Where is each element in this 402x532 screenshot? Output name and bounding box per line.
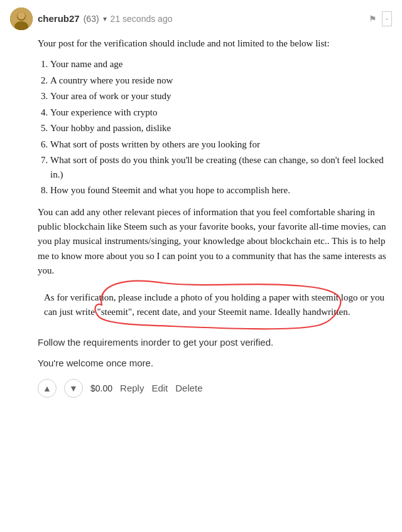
comment-header: cherub27 (63) ▾ 21 seconds ago ⚑ - [10, 8, 392, 30]
list-item: What sort of posts written by others are… [50, 137, 392, 152]
reputation: (63) [84, 13, 99, 26]
reply-link[interactable]: Reply [120, 381, 144, 396]
list-item: A country where you reside now [50, 73, 392, 88]
delete-link[interactable]: Delete [175, 381, 202, 396]
footer-text-2: You're welcome once more. [38, 356, 392, 370]
header-actions: ⚑ - [369, 11, 392, 26]
requirement-list: Your name and age A country where you re… [50, 57, 392, 198]
svg-point-3 [18, 12, 25, 19]
upvote-button[interactable]: ▲ [38, 379, 57, 398]
vote-amount: $0.00 [90, 382, 112, 395]
downvote-button[interactable]: ▼ [64, 379, 83, 398]
list-item: Your hobby and passion, dislike [50, 121, 392, 136]
username[interactable]: cherub27 [38, 12, 80, 26]
highlighted-text: As for verification, please include a ph… [44, 290, 386, 320]
list-item: Your experience with crypto [50, 105, 392, 120]
comment-body: Your post for the verification should in… [10, 36, 392, 403]
footer-text-1: Follow the requirements inorder to get y… [38, 335, 392, 349]
user-info: cherub27 (63) ▾ 21 seconds ago [38, 12, 172, 26]
comment-footer: Follow the requirements inorder to get y… [38, 335, 392, 403]
info-paragraph: You can add any other relevant pieces of… [38, 205, 392, 278]
list-item: Your area of work or your study [50, 89, 392, 104]
list-item: Your name and age [50, 57, 392, 72]
vote-row: ▲ ▼ $0.00 Reply Edit Delete [38, 379, 392, 398]
edit-link[interactable]: Edit [151, 381, 168, 396]
list-item: What sort of posts do you think you'll b… [50, 153, 392, 181]
highlighted-box: As for verification, please include a ph… [38, 285, 392, 325]
collapse-icon[interactable]: - [382, 11, 392, 26]
downvote-icon: ▼ [69, 383, 78, 393]
timestamp: 21 seconds ago [111, 13, 173, 26]
avatar [10, 8, 33, 30]
intro-text: Your post for the verification should in… [38, 36, 392, 51]
upvote-icon: ▲ [43, 383, 52, 393]
list-item: How you found Steemit and what you hope … [50, 183, 392, 198]
dropdown-icon[interactable]: ▾ [103, 13, 107, 24]
flag-icon[interactable]: ⚑ [369, 13, 377, 26]
comment-block: cherub27 (63) ▾ 21 seconds ago ⚑ - Your … [0, 0, 402, 410]
